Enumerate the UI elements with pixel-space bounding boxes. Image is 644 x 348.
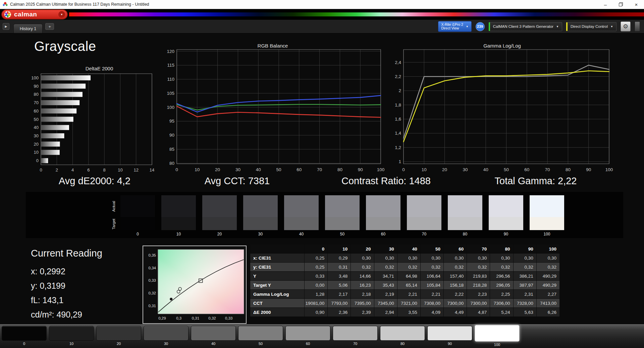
grayscale-level-button-20[interactable] [96,326,141,341]
swatch-target [530,217,564,230]
level-label: 40 [211,342,215,346]
table-cell: 4,09 [420,308,443,317]
table-cell: 0,25 [305,254,328,263]
grayscale-level-button-0[interactable] [2,326,47,341]
level-cell: 10 [49,326,94,347]
level-cell: 90 [427,326,472,347]
table-cell: 2,21 [420,290,443,299]
svg-text:14: 14 [150,167,154,172]
level-cell: 70 [333,326,378,347]
close-button[interactable]: × [629,0,644,9]
row-label: ΔE 2000 [250,308,305,317]
display-control-label: Direct Display Control [571,24,608,28]
chevron-down-icon: ▼ [556,25,559,28]
table-cell: 64,98 [397,272,420,281]
svg-text:1,4: 1,4 [395,131,401,136]
svg-text:120: 120 [167,49,174,54]
swatch-level-label: 40 [284,232,319,236]
svg-text:50: 50 [504,167,509,172]
grayscale-level-button-70[interactable] [333,326,378,341]
swatch-level-label: 50 [325,232,360,236]
table-cell: 6,26 [536,308,559,317]
table-cell: 219,83 [467,272,490,281]
table-cell: 7321,00 [397,299,420,308]
titlebar: Calman 2025 Calman Ultimate for Business… [0,0,644,9]
meter-mode-label: Direct View [441,26,463,30]
grayscale-level-button-30[interactable] [144,326,189,341]
pattern-generator-dropdown[interactable]: CalMAN Client 3 Pattern Generator ▼ [489,22,562,31]
window-controls: – × [598,0,644,9]
svg-text:0: 0 [40,167,42,172]
grayscale-level-button-60[interactable] [285,326,330,341]
svg-text:60: 60 [34,109,39,114]
svg-text:0,33: 0,33 [149,278,156,282]
table-cell: 3,48 [328,272,351,281]
window-title: Calman 2025 Calman Ultimate for Business… [10,2,149,7]
deltae-chart: 024681012141009080706050403020100 [20,71,161,173]
svg-text:12: 12 [133,167,138,172]
table-cell: 0,32 [444,263,467,272]
logo-menu-button[interactable]: ▼ [58,11,65,18]
grayscale-swatch-10: 10 [161,195,196,236]
add-tab-button[interactable]: + [45,23,54,30]
level-label: 70 [353,342,357,346]
svg-text:20: 20 [215,167,220,172]
target-row-label: Target [112,217,117,231]
panel-edge-button[interactable] [635,21,640,31]
svg-text:0,31: 0,31 [192,316,199,320]
table-cell: 0,30 [536,254,559,263]
results-table: 0102030405060708090100x: CIE310,250,290,… [250,244,560,317]
swatch-target [366,217,400,230]
table-col-header: 20 [351,245,374,254]
table-cell: 386,21 [513,272,536,281]
svg-text:1,6: 1,6 [395,117,401,122]
table-cell: 1,28 [305,290,328,299]
level-cell: 50 [238,326,283,347]
table-cell: 2,31 [513,290,536,299]
svg-text:0,3: 0,3 [176,316,181,320]
table-cell: 2,21 [397,290,420,299]
svg-text:0,33: 0,33 [225,316,232,320]
svg-text:80: 80 [566,167,571,172]
settings-gear-button[interactable]: ⚙ [621,21,631,31]
grayscale-level-button-100[interactable] [475,325,520,342]
table-row: Target Y0,005,0616,2335,4365,14105,84156… [250,281,560,290]
table-cell: 157,40 [444,272,467,281]
display-control-dropdown[interactable]: Direct Display Control ▼ [566,22,616,31]
row-label: Target Y [250,281,305,290]
meter-count-badge[interactable]: 239 [476,22,485,31]
avg-de2000-stat: Avg dE2000: 4,2 [21,176,168,187]
table-col-header: 10 [328,245,351,254]
svg-text:40: 40 [483,167,488,172]
svg-text:100: 100 [605,167,613,172]
level-cell: 0 [2,326,47,347]
grayscale-level-button-10[interactable] [49,326,94,341]
swatch-level-label: 70 [407,232,441,236]
reading-cdm2: cd/m²: 490,29 [31,307,102,322]
swatch-level-label: 30 [243,232,278,236]
level-cell: 100 [475,326,520,347]
tab-history-1[interactable]: History 1 [13,24,43,33]
maximize-button[interactable] [613,0,629,9]
nav-arrow-button[interactable]: ▶ [3,23,9,30]
row-label: x: CIE31 [250,254,305,263]
swatch-actual [489,195,523,217]
calman-logo-button[interactable]: calman ▼ [1,9,68,19]
svg-text:30: 30 [235,167,240,172]
app-icon [3,2,8,7]
table-cell: 7328,00 [513,299,536,308]
grayscale-level-button-50[interactable] [238,326,283,341]
svg-text:0: 0 [402,167,405,172]
grayscale-level-button-80[interactable] [380,326,425,341]
minimize-button[interactable]: – [598,0,613,9]
table-cell: 0,32 [420,263,443,272]
table-cell: 0,30 [351,254,374,263]
table-cell: 156,18 [444,281,467,290]
svg-text:0,35: 0,35 [149,253,156,257]
grayscale-level-button-40[interactable] [191,326,236,341]
table-cell: 0,25 [305,263,328,272]
meter-dropdown[interactable]: X-Rite i1Pro 2 Direct View ▼ [438,21,471,32]
table-cell: 387,97 [513,281,536,290]
level-label: 50 [259,342,263,346]
grayscale-level-button-90[interactable] [427,326,472,341]
